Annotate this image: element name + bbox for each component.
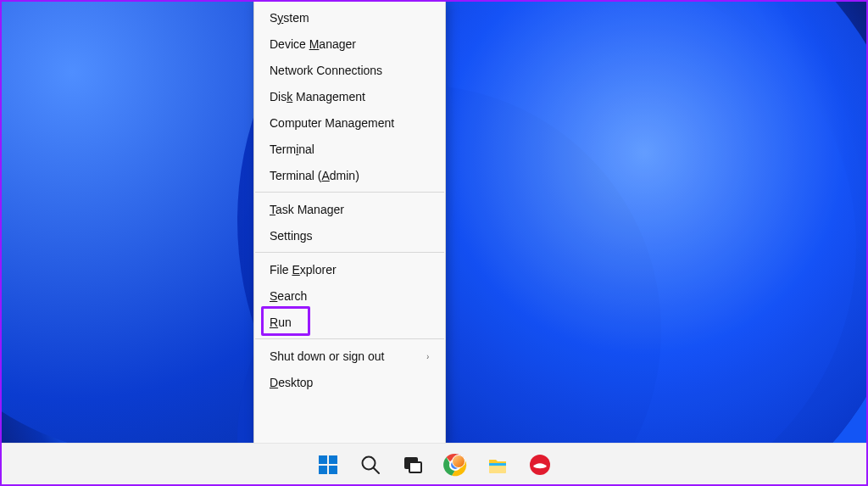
menu-item-settings[interactable]: Settings <box>254 222 445 249</box>
pinned-app-icon <box>529 454 551 476</box>
chevron-right-icon: › <box>427 351 430 361</box>
menu-item-network-connections[interactable]: Network Connections <box>254 57 445 83</box>
file-explorer-icon <box>487 454 509 476</box>
svg-rect-12 <box>489 463 506 466</box>
menu-item-terminal[interactable]: Terminal <box>254 136 445 162</box>
menu-item-terminal-admin[interactable]: Terminal (Admin) <box>254 162 445 188</box>
menu-item-device-manager[interactable]: Device Manager <box>254 31 445 57</box>
menu-separator <box>255 338 444 339</box>
winx-context-menu: SystemDevice ManagerNetwork ConnectionsD… <box>253 0 446 444</box>
menu-item-system[interactable]: System <box>254 4 445 31</box>
file-explorer-app[interactable] <box>480 447 515 483</box>
pinned-app[interactable] <box>522 447 558 483</box>
menu-separator <box>255 252 444 253</box>
task-view-icon <box>402 454 424 476</box>
menu-item-computer-management[interactable]: Computer Management <box>254 109 445 136</box>
menu-item-search[interactable]: Search <box>254 282 445 309</box>
task-view-button[interactable] <box>395 447 431 483</box>
svg-rect-2 <box>319 455 327 464</box>
svg-line-7 <box>374 468 379 473</box>
menu-item-shut-down[interactable]: Shut down or sign out› <box>254 343 445 369</box>
windows-logo-icon <box>317 454 339 476</box>
svg-point-6 <box>363 457 376 470</box>
start-button[interactable] <box>310 447 346 483</box>
menu-separator <box>255 192 444 193</box>
menu-item-run[interactable]: Run <box>254 309 445 335</box>
chrome-app[interactable] <box>437 447 473 483</box>
menu-item-disk-management[interactable]: Disk Management <box>254 83 445 109</box>
svg-rect-3 <box>329 455 337 464</box>
menu-item-file-explorer[interactable]: File Explorer <box>254 256 445 282</box>
svg-rect-4 <box>319 466 327 474</box>
menu-item-desktop[interactable]: Desktop <box>254 369 445 395</box>
search-button[interactable] <box>353 447 388 483</box>
chrome-icon <box>443 453 467 477</box>
svg-rect-5 <box>329 466 337 474</box>
search-icon <box>359 454 381 476</box>
menu-item-task-manager[interactable]: Task Manager <box>254 196 445 222</box>
taskbar <box>0 443 868 486</box>
chrome-profile-avatar <box>452 455 465 468</box>
svg-rect-9 <box>409 462 421 472</box>
